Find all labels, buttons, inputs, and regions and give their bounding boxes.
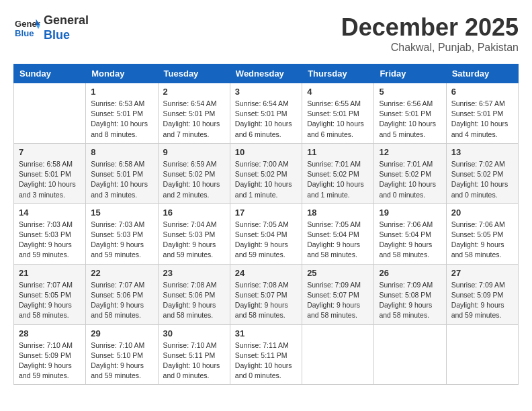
day-number: 7 bbox=[19, 147, 81, 157]
day-number: 9 bbox=[163, 147, 225, 157]
calendar-cell: 9Sunrise: 6:59 AM Sunset: 5:02 PM Daylig… bbox=[158, 143, 230, 203]
day-number: 12 bbox=[379, 147, 441, 157]
day-info: Sunrise: 6:57 AM Sunset: 5:01 PM Dayligh… bbox=[451, 99, 513, 140]
day-info: Sunrise: 6:55 AM Sunset: 5:01 PM Dayligh… bbox=[307, 99, 369, 140]
header-wednesday: Wednesday bbox=[230, 64, 302, 83]
location: Chakwal, Punjab, Pakistan bbox=[341, 42, 519, 54]
calendar-cell: 7Sunrise: 6:58 AM Sunset: 5:01 PM Daylig… bbox=[14, 143, 86, 203]
calendar-cell: 11Sunrise: 7:01 AM Sunset: 5:02 PM Dayli… bbox=[302, 143, 374, 203]
day-number: 3 bbox=[235, 87, 297, 97]
svg-text:Blue: Blue bbox=[15, 28, 34, 38]
day-info: Sunrise: 7:03 AM Sunset: 5:03 PM Dayligh… bbox=[19, 220, 81, 261]
day-info: Sunrise: 7:09 AM Sunset: 5:08 PM Dayligh… bbox=[379, 280, 441, 321]
calendar-cell: 30Sunrise: 7:10 AM Sunset: 5:11 PM Dayli… bbox=[158, 324, 230, 385]
day-number: 30 bbox=[163, 328, 225, 338]
calendar-cell: 26Sunrise: 7:09 AM Sunset: 5:08 PM Dayli… bbox=[374, 264, 446, 324]
calendar-cell bbox=[374, 324, 446, 385]
calendar-cell: 16Sunrise: 7:04 AM Sunset: 5:03 PM Dayli… bbox=[158, 203, 230, 264]
day-info: Sunrise: 7:09 AM Sunset: 5:09 PM Dayligh… bbox=[451, 280, 513, 321]
logo: General Blue General Blue bbox=[13, 13, 89, 42]
day-info: Sunrise: 7:03 AM Sunset: 5:03 PM Dayligh… bbox=[91, 220, 152, 261]
calendar-cell bbox=[446, 324, 518, 385]
calendar-cell: 4Sunrise: 6:55 AM Sunset: 5:01 PM Daylig… bbox=[302, 83, 374, 144]
calendar-cell bbox=[302, 324, 374, 385]
day-number: 25 bbox=[307, 268, 369, 278]
calendar-cell: 29Sunrise: 7:10 AM Sunset: 5:10 PM Dayli… bbox=[86, 324, 158, 385]
day-number: 27 bbox=[451, 268, 513, 278]
day-number: 15 bbox=[91, 208, 152, 218]
header-sunday: Sunday bbox=[14, 64, 86, 83]
calendar-header: SundayMondayTuesdayWednesdayThursdayFrid… bbox=[14, 64, 519, 83]
day-number: 6 bbox=[451, 87, 513, 97]
calendar-cell: 21Sunrise: 7:07 AM Sunset: 5:05 PM Dayli… bbox=[14, 264, 86, 324]
day-info: Sunrise: 7:01 AM Sunset: 5:02 PM Dayligh… bbox=[307, 159, 369, 200]
day-info: Sunrise: 6:54 AM Sunset: 5:01 PM Dayligh… bbox=[235, 99, 297, 140]
day-number: 18 bbox=[307, 208, 369, 218]
calendar-cell: 28Sunrise: 7:10 AM Sunset: 5:09 PM Dayli… bbox=[14, 324, 86, 385]
day-number: 11 bbox=[307, 147, 369, 157]
day-info: Sunrise: 7:00 AM Sunset: 5:02 PM Dayligh… bbox=[235, 159, 297, 200]
calendar-cell bbox=[14, 83, 86, 144]
day-info: Sunrise: 7:07 AM Sunset: 5:05 PM Dayligh… bbox=[19, 280, 81, 321]
day-info: Sunrise: 7:09 AM Sunset: 5:07 PM Dayligh… bbox=[307, 280, 369, 321]
day-number: 29 bbox=[91, 328, 152, 338]
week-row-2: 7Sunrise: 6:58 AM Sunset: 5:01 PM Daylig… bbox=[14, 143, 519, 203]
day-info: Sunrise: 6:58 AM Sunset: 5:01 PM Dayligh… bbox=[19, 159, 81, 200]
calendar-cell: 3Sunrise: 6:54 AM Sunset: 5:01 PM Daylig… bbox=[230, 83, 302, 144]
day-number: 17 bbox=[235, 208, 297, 218]
day-number: 4 bbox=[307, 87, 369, 97]
day-number: 23 bbox=[163, 268, 225, 278]
calendar-cell: 1Sunrise: 6:53 AM Sunset: 5:01 PM Daylig… bbox=[86, 83, 158, 144]
page-header: General Blue General Blue December 2025 … bbox=[13, 13, 519, 54]
logo-general: General bbox=[44, 13, 89, 28]
day-info: Sunrise: 7:07 AM Sunset: 5:06 PM Dayligh… bbox=[91, 280, 152, 321]
calendar-cell: 27Sunrise: 7:09 AM Sunset: 5:09 PM Dayli… bbox=[446, 264, 518, 324]
day-number: 2 bbox=[163, 87, 225, 97]
day-info: Sunrise: 7:10 AM Sunset: 5:09 PM Dayligh… bbox=[19, 340, 81, 381]
calendar-cell: 25Sunrise: 7:09 AM Sunset: 5:07 PM Dayli… bbox=[302, 264, 374, 324]
calendar-cell: 13Sunrise: 7:02 AM Sunset: 5:02 PM Dayli… bbox=[446, 143, 518, 203]
week-row-5: 28Sunrise: 7:10 AM Sunset: 5:09 PM Dayli… bbox=[14, 324, 519, 385]
calendar-cell: 6Sunrise: 6:57 AM Sunset: 5:01 PM Daylig… bbox=[446, 83, 518, 144]
day-info: Sunrise: 7:04 AM Sunset: 5:03 PM Dayligh… bbox=[163, 220, 225, 261]
day-number: 31 bbox=[235, 328, 297, 338]
calendar-cell: 17Sunrise: 7:05 AM Sunset: 5:04 PM Dayli… bbox=[230, 203, 302, 264]
calendar-cell: 15Sunrise: 7:03 AM Sunset: 5:03 PM Dayli… bbox=[86, 203, 158, 264]
day-info: Sunrise: 7:05 AM Sunset: 5:04 PM Dayligh… bbox=[307, 220, 369, 261]
calendar-table: SundayMondayTuesdayWednesdayThursdayFrid… bbox=[13, 64, 519, 385]
day-info: Sunrise: 6:58 AM Sunset: 5:01 PM Dayligh… bbox=[91, 159, 152, 200]
week-row-3: 14Sunrise: 7:03 AM Sunset: 5:03 PM Dayli… bbox=[14, 203, 519, 264]
calendar-cell: 18Sunrise: 7:05 AM Sunset: 5:04 PM Dayli… bbox=[302, 203, 374, 264]
day-info: Sunrise: 7:11 AM Sunset: 5:11 PM Dayligh… bbox=[235, 340, 297, 381]
day-info: Sunrise: 6:59 AM Sunset: 5:02 PM Dayligh… bbox=[163, 159, 225, 200]
month-title: December 2025 bbox=[341, 13, 519, 42]
day-number: 24 bbox=[235, 268, 297, 278]
day-info: Sunrise: 6:54 AM Sunset: 5:01 PM Dayligh… bbox=[163, 99, 225, 140]
day-info: Sunrise: 7:10 AM Sunset: 5:11 PM Dayligh… bbox=[163, 340, 225, 381]
calendar-cell: 14Sunrise: 7:03 AM Sunset: 5:03 PM Dayli… bbox=[14, 203, 86, 264]
logo-blue: Blue bbox=[44, 28, 89, 43]
calendar-cell: 10Sunrise: 7:00 AM Sunset: 5:02 PM Dayli… bbox=[230, 143, 302, 203]
day-info: Sunrise: 7:05 AM Sunset: 5:04 PM Dayligh… bbox=[235, 220, 297, 261]
day-info: Sunrise: 7:06 AM Sunset: 5:05 PM Dayligh… bbox=[451, 220, 513, 261]
day-info: Sunrise: 7:02 AM Sunset: 5:02 PM Dayligh… bbox=[451, 159, 513, 200]
day-info: Sunrise: 7:08 AM Sunset: 5:07 PM Dayligh… bbox=[235, 280, 297, 321]
day-info: Sunrise: 7:10 AM Sunset: 5:10 PM Dayligh… bbox=[91, 340, 152, 381]
header-saturday: Saturday bbox=[446, 64, 518, 83]
calendar-cell: 2Sunrise: 6:54 AM Sunset: 5:01 PM Daylig… bbox=[158, 83, 230, 144]
header-friday: Friday bbox=[374, 64, 446, 83]
day-number: 14 bbox=[19, 208, 81, 218]
calendar-cell: 5Sunrise: 6:56 AM Sunset: 5:01 PM Daylig… bbox=[374, 83, 446, 144]
day-number: 22 bbox=[91, 268, 152, 278]
day-number: 5 bbox=[379, 87, 441, 97]
day-info: Sunrise: 7:08 AM Sunset: 5:06 PM Dayligh… bbox=[163, 280, 225, 321]
calendar-cell: 12Sunrise: 7:01 AM Sunset: 5:02 PM Dayli… bbox=[374, 143, 446, 203]
calendar-cell: 23Sunrise: 7:08 AM Sunset: 5:06 PM Dayli… bbox=[158, 264, 230, 324]
logo-icon: General Blue bbox=[13, 16, 40, 40]
day-info: Sunrise: 7:01 AM Sunset: 5:02 PM Dayligh… bbox=[379, 159, 441, 200]
day-number: 19 bbox=[379, 208, 441, 218]
day-info: Sunrise: 6:53 AM Sunset: 5:01 PM Dayligh… bbox=[91, 99, 152, 140]
week-row-1: 1Sunrise: 6:53 AM Sunset: 5:01 PM Daylig… bbox=[14, 83, 519, 144]
calendar-cell: 8Sunrise: 6:58 AM Sunset: 5:01 PM Daylig… bbox=[86, 143, 158, 203]
day-info: Sunrise: 7:06 AM Sunset: 5:04 PM Dayligh… bbox=[379, 220, 441, 261]
